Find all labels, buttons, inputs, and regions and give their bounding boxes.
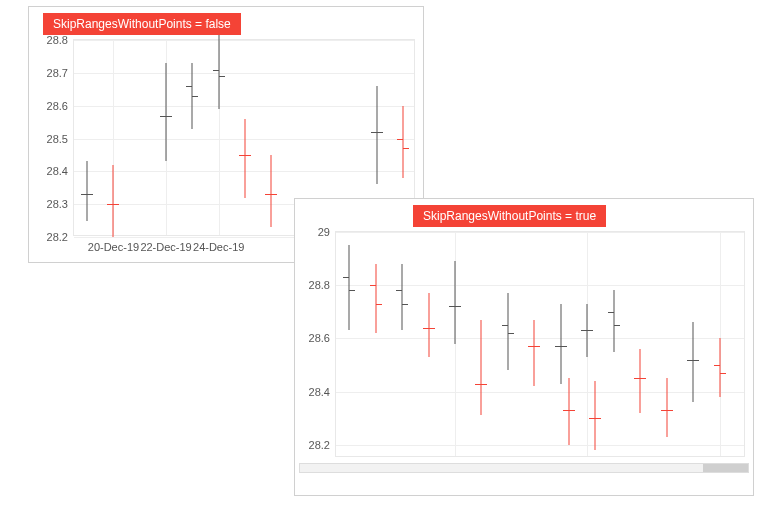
gridline (74, 73, 414, 74)
y-tick-label: 28.7 (47, 67, 68, 79)
y-tick-label: 28.8 (309, 279, 330, 291)
plot-area-2: 28.228.428.628.82916-Dec-1923-Dec-1930-D… (335, 231, 745, 457)
y-tick-label: 28.3 (47, 198, 68, 210)
x-tick-label: 20-Dec-19 (88, 241, 139, 253)
y-tick-label: 28.4 (47, 165, 68, 177)
y-tick-label: 28.6 (47, 100, 68, 112)
scrollbar-thumb[interactable] (703, 464, 748, 472)
y-tick-label: 28.5 (47, 133, 68, 145)
y-tick-label: 28.8 (47, 34, 68, 46)
gridline (336, 445, 744, 446)
chart-title-1: SkipRangesWithoutPoints = false (43, 13, 241, 35)
x-tick-label: 22-Dec-19 (140, 241, 191, 253)
y-tick-label: 28.2 (309, 439, 330, 451)
y-tick-label: 29 (318, 226, 330, 238)
y-tick-label: 28.6 (309, 332, 330, 344)
gridline (336, 285, 744, 286)
plot-scrollbar[interactable] (299, 463, 749, 473)
y-tick-label: 28.4 (309, 386, 330, 398)
gridline (336, 338, 744, 339)
chart-panel-2: SkipRangesWithoutPoints = true 28.228.42… (294, 198, 754, 496)
chart-title-2: SkipRangesWithoutPoints = true (413, 205, 606, 227)
gridline (336, 232, 744, 233)
gridline (74, 106, 414, 107)
gridline (74, 40, 414, 41)
x-tick-label: 24-Dec-19 (193, 241, 244, 253)
y-tick-label: 28.2 (47, 231, 68, 243)
gridline (336, 392, 744, 393)
